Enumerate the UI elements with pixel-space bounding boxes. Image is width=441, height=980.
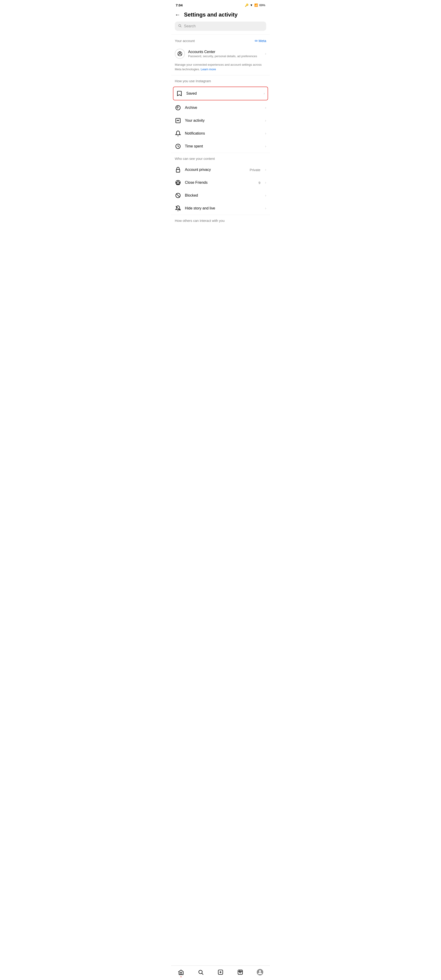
accounts-center-title: Accounts Center [188, 50, 262, 54]
who-can-see-title: Who can see your content [175, 157, 215, 161]
section-header-account: Your account ∞ Meta [171, 38, 270, 46]
blocked-chevron: › [265, 193, 266, 197]
account-privacy-item[interactable]: Account privacy Private › [171, 163, 270, 176]
your-account-section: Your account ∞ Meta Accounts Center Pass… [171, 35, 270, 75]
accounts-center-text: Accounts Center Password, security, pers… [188, 50, 262, 58]
account-privacy-label: Account privacy [185, 168, 246, 172]
hide-story-live-icon [175, 205, 181, 212]
archive-label: Archive [185, 106, 261, 110]
archive-item[interactable]: Archive › [171, 101, 270, 114]
notifications-label: Notifications [185, 131, 261, 135]
header: ← Settings and activity [171, 9, 270, 22]
svg-point-2 [179, 52, 180, 54]
status-bar: 7:04 🔑 ▼ 📶 69% [171, 0, 270, 9]
blocked-item[interactable]: Blocked › [171, 189, 270, 202]
svg-rect-7 [176, 170, 180, 172]
accounts-center-icon [175, 49, 185, 59]
home-active-dot [180, 976, 181, 977]
time-spent-chevron: › [265, 144, 266, 148]
status-time: 7:04 [176, 3, 183, 7]
archive-chevron: › [265, 106, 266, 110]
your-activity-chevron: › [265, 119, 266, 123]
hide-story-live-chevron: › [265, 206, 266, 210]
notifications-icon [175, 130, 181, 137]
profile-avatar [257, 969, 263, 975]
nav-search[interactable] [195, 968, 207, 976]
nav-home[interactable] [175, 968, 187, 976]
page-title: Settings and activity [184, 11, 237, 18]
close-friends-item[interactable]: Close Friends 9 › [171, 176, 270, 189]
saved-item[interactable]: Saved › [173, 87, 268, 100]
accounts-center-chevron: › [265, 52, 266, 56]
close-friends-chevron: › [265, 181, 266, 185]
saved-icon [176, 90, 183, 97]
meta-label: Meta [259, 39, 266, 43]
battery-text: 69% [260, 3, 265, 7]
section-header-how-you-use: How you use Instagram [171, 79, 270, 86]
svg-marker-9 [176, 181, 180, 185]
bottom-nav [171, 966, 270, 980]
blocked-icon [175, 192, 181, 199]
saved-label: Saved [186, 91, 260, 95]
svg-line-14 [202, 973, 203, 975]
back-button[interactable]: ← [175, 11, 180, 18]
account-privacy-value: Private [250, 168, 261, 172]
close-friends-value: 9 [258, 181, 260, 185]
hide-story-live-item[interactable]: Hide story and live › [171, 202, 270, 215]
nav-profile[interactable] [254, 968, 266, 976]
your-activity-icon [175, 117, 181, 124]
accounts-center-item[interactable]: Accounts Center Password, security, pers… [171, 46, 270, 62]
svg-point-0 [179, 25, 181, 27]
notifications-chevron: › [265, 131, 266, 135]
wifi-icon: ▼ [250, 3, 253, 7]
meta-description-text: Manage your connected experiences and ac… [175, 63, 262, 71]
learn-more-link[interactable]: Learn more [201, 67, 216, 71]
nav-reels[interactable] [234, 968, 246, 976]
section-header-how-others: How others can interact with you [171, 219, 270, 225]
search-container: Search [171, 22, 270, 35]
time-spent-item[interactable]: Time spent › [171, 140, 270, 153]
how-others-interact-section: How others can interact with you [171, 215, 270, 225]
your-activity-item[interactable]: Your activity › [171, 114, 270, 127]
search-bar[interactable]: Search [175, 22, 266, 31]
signal-icon: 📶 [254, 3, 258, 7]
svg-point-13 [199, 970, 202, 974]
svg-rect-18 [238, 970, 242, 975]
archive-icon [175, 105, 181, 111]
how-others-interact-title: How others can interact with you [175, 219, 224, 223]
time-spent-label: Time spent [185, 144, 261, 148]
time-spent-icon [175, 143, 181, 150]
meta-logo: ∞ Meta [255, 38, 266, 43]
how-you-use-title: How you use Instagram [175, 79, 211, 83]
blocked-label: Blocked [185, 193, 261, 197]
meta-description: Manage your connected experiences and ac… [171, 62, 270, 75]
nav-create[interactable] [215, 968, 226, 976]
account-privacy-chevron: › [265, 168, 266, 172]
search-placeholder: Search [184, 24, 196, 28]
hide-story-live-label: Hide story and live [185, 206, 261, 210]
svg-line-1 [180, 26, 181, 27]
who-can-see-section: Who can see your content Account privacy… [171, 153, 270, 215]
section-header-who-can-see: Who can see your content [171, 157, 270, 163]
accounts-center-subtitle: Password, security, personal details, ad… [188, 54, 262, 58]
notifications-item[interactable]: Notifications › [171, 127, 270, 140]
saved-chevron: › [264, 91, 265, 95]
svg-point-23 [259, 970, 261, 972]
svg-line-11 [176, 194, 180, 197]
your-activity-label: Your activity [185, 119, 261, 123]
meta-infinity-icon: ∞ [255, 38, 258, 43]
search-icon [178, 24, 181, 29]
close-friends-icon [175, 179, 181, 186]
your-account-title: Your account [175, 39, 195, 43]
key-icon: 🔑 [245, 3, 248, 7]
account-privacy-icon [175, 167, 181, 173]
how-you-use-section: How you use Instagram Saved › Archive [171, 75, 270, 153]
close-friends-label: Close Friends [185, 181, 255, 185]
status-icons: 🔑 ▼ 📶 69% [245, 3, 265, 7]
